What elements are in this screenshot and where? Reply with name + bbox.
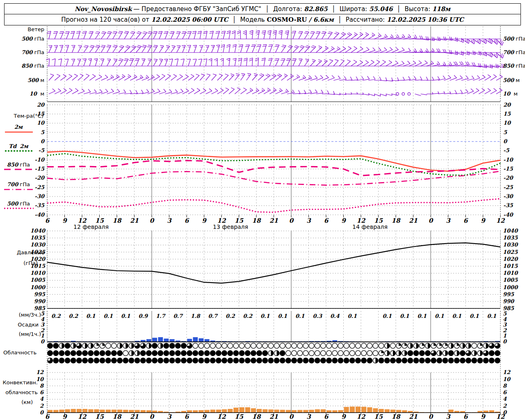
precip-units-3h: (мм/3ч.) bbox=[0, 312, 41, 318]
svg-text:12: 12 bbox=[217, 413, 226, 420]
svg-text:0.2: 0.2 bbox=[68, 313, 78, 319]
svg-text:13 февраля: 13 февраля bbox=[213, 224, 248, 230]
svg-text:9: 9 bbox=[202, 413, 207, 420]
svg-text:-30: -30 bbox=[503, 193, 514, 199]
svg-text:15: 15 bbox=[235, 413, 244, 420]
svg-text:0.7: 0.7 bbox=[208, 313, 218, 319]
pressure-panel-units: (гПа) bbox=[0, 260, 38, 266]
svg-text:0: 0 bbox=[503, 338, 507, 345]
svg-text:-30: -30 bbox=[35, 193, 45, 199]
wind-level-500m-right: 500 м bbox=[503, 77, 520, 83]
meteogram-plot: 2020151510105500-5-5-10-10-15-15-20-20-2… bbox=[0, 0, 525, 420]
svg-text:20: 20 bbox=[37, 102, 45, 108]
svg-text:0: 0 bbox=[429, 413, 434, 420]
svg-text:0.4: 0.4 bbox=[330, 313, 340, 319]
svg-text:12: 12 bbox=[357, 413, 366, 420]
svg-text:6: 6 bbox=[185, 413, 189, 420]
svg-text:0: 0 bbox=[150, 217, 155, 224]
legend-label-700: 700 гПа bbox=[0, 181, 37, 187]
svg-text:10: 10 bbox=[503, 120, 511, 126]
svg-text:1010: 1010 bbox=[30, 270, 46, 276]
svg-text:0: 0 bbox=[289, 413, 294, 420]
svg-text:-20: -20 bbox=[35, 175, 45, 181]
svg-text:0.1: 0.1 bbox=[86, 313, 96, 319]
conv-panel-title-1: Конвективн. bbox=[0, 379, 38, 386]
svg-text:1030: 1030 bbox=[503, 242, 518, 248]
svg-text:0.1: 0.1 bbox=[487, 313, 496, 319]
wind-level-850hpa-right: 850 гПа bbox=[503, 63, 525, 69]
wind-level-500m-left: 500 м bbox=[2, 77, 44, 83]
svg-text:1020: 1020 bbox=[503, 256, 518, 262]
svg-text:9: 9 bbox=[62, 413, 67, 420]
svg-text:8: 8 bbox=[503, 383, 507, 389]
svg-text:18: 18 bbox=[392, 413, 401, 420]
wind-level-850hpa-left: 850 гПа bbox=[2, 63, 44, 69]
svg-text:3: 3 bbox=[446, 413, 451, 420]
legend-label-td2m: Td 2м bbox=[0, 143, 37, 149]
svg-text:6: 6 bbox=[40, 389, 44, 395]
svg-text:6: 6 bbox=[45, 217, 50, 224]
svg-text:9: 9 bbox=[341, 217, 346, 224]
svg-text:18: 18 bbox=[252, 217, 261, 224]
svg-text:3: 3 bbox=[167, 217, 172, 224]
svg-text:0: 0 bbox=[40, 409, 44, 415]
svg-text:10: 10 bbox=[37, 120, 45, 126]
svg-text:9: 9 bbox=[62, 217, 67, 224]
svg-text:9: 9 bbox=[481, 413, 486, 420]
wind-level-10m-right: 10 м bbox=[503, 91, 518, 97]
svg-text:2: 2 bbox=[503, 403, 507, 409]
svg-text:15: 15 bbox=[374, 413, 383, 420]
svg-text:4: 4 bbox=[40, 396, 44, 402]
svg-text:-5: -5 bbox=[39, 147, 45, 153]
svg-text:12: 12 bbox=[496, 217, 505, 224]
svg-text:1035: 1035 bbox=[503, 235, 518, 241]
svg-text:-20: -20 bbox=[503, 175, 514, 181]
svg-text:6: 6 bbox=[463, 413, 468, 420]
svg-text:5: 5 bbox=[503, 129, 507, 135]
wind-level-700hpa-right: 700 гПа bbox=[503, 49, 525, 55]
svg-text:2: 2 bbox=[40, 403, 44, 409]
wind-level-500hpa-left: 500 гПа bbox=[2, 36, 44, 42]
svg-text:-5: -5 bbox=[503, 147, 509, 153]
pressure-panel-title: Давление bbox=[0, 249, 44, 256]
svg-text:21: 21 bbox=[130, 413, 139, 420]
svg-text:-15: -15 bbox=[503, 166, 513, 172]
svg-text:21: 21 bbox=[269, 413, 278, 420]
svg-text:0: 0 bbox=[41, 138, 45, 144]
svg-text:18: 18 bbox=[252, 413, 261, 420]
svg-text:1040: 1040 bbox=[30, 228, 46, 234]
svg-text:6: 6 bbox=[45, 413, 50, 420]
svg-text:6: 6 bbox=[463, 217, 468, 224]
svg-text:8: 8 bbox=[40, 383, 44, 389]
svg-text:-10: -10 bbox=[503, 157, 514, 163]
svg-text:0.3: 0.3 bbox=[313, 313, 322, 319]
svg-text:4: 4 bbox=[503, 396, 507, 402]
svg-text:0.7: 0.7 bbox=[173, 313, 183, 319]
legend-label-t2m: 2м bbox=[0, 124, 37, 130]
precip-units-1h: (мм/1ч.) bbox=[0, 331, 41, 337]
wind-level-10m-left: 10 м bbox=[2, 91, 44, 97]
svg-text:995: 995 bbox=[503, 291, 514, 297]
svg-text:1025: 1025 bbox=[503, 249, 518, 255]
svg-text:1015: 1015 bbox=[503, 263, 518, 269]
svg-text:1005: 1005 bbox=[30, 277, 46, 283]
svg-text:12 февраля: 12 февраля bbox=[73, 224, 109, 230]
svg-text:6: 6 bbox=[503, 389, 507, 395]
svg-text:12: 12 bbox=[36, 369, 44, 375]
meteogram-page: Nov_Novosibirsk — Предоставлено ФГБУ "За… bbox=[0, 0, 525, 420]
svg-text:0.1: 0.1 bbox=[347, 313, 357, 319]
svg-text:0.1: 0.1 bbox=[382, 313, 392, 319]
svg-text:0.1: 0.1 bbox=[400, 313, 409, 319]
precip-panel-title: Осадки bbox=[0, 322, 39, 328]
svg-text:12: 12 bbox=[503, 369, 511, 375]
svg-text:0: 0 bbox=[289, 217, 294, 224]
conv-panel-title-2: облачность bbox=[0, 389, 38, 395]
svg-text:9: 9 bbox=[202, 217, 207, 224]
svg-text:1040: 1040 bbox=[503, 228, 518, 234]
svg-text:12: 12 bbox=[496, 413, 505, 420]
cloud-panel-title: Облачность bbox=[3, 349, 37, 356]
svg-text:-40: -40 bbox=[35, 212, 45, 218]
svg-text:0.9: 0.9 bbox=[138, 313, 148, 319]
svg-text:990: 990 bbox=[34, 298, 46, 304]
svg-text:10: 10 bbox=[503, 376, 511, 382]
